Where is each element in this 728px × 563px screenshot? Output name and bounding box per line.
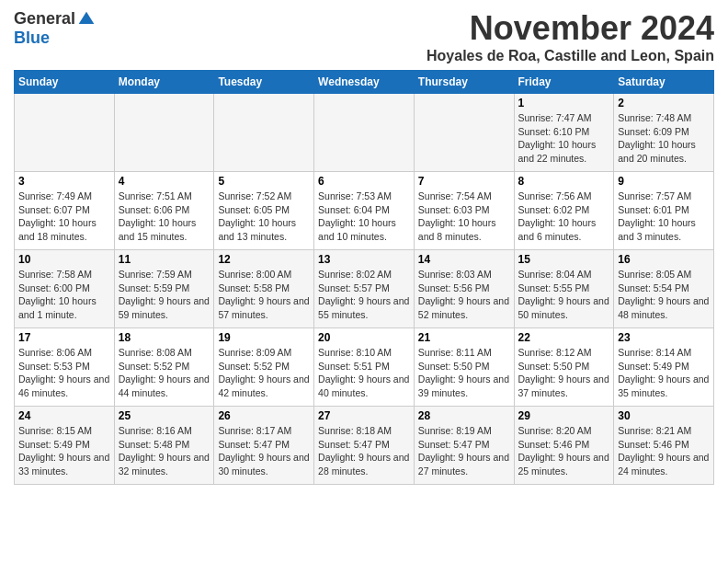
logo-general-text: General	[14, 9, 75, 29]
day-number: 21	[418, 331, 510, 344]
calendar-cell: 25Sunrise: 8:16 AM Sunset: 5:48 PM Dayli…	[114, 407, 214, 485]
day-info: Sunrise: 7:48 AM Sunset: 6:09 PM Dayligh…	[618, 111, 710, 166]
day-info: Sunrise: 7:53 AM Sunset: 6:04 PM Dayligh…	[318, 190, 410, 244]
header-thursday: Thursday	[414, 71, 514, 94]
calendar-cell	[314, 94, 415, 172]
calendar-cell: 19Sunrise: 8:09 AM Sunset: 5:52 PM Dayli…	[214, 328, 314, 407]
location-title: Hoyales de Roa, Castille and Leon, Spain	[427, 48, 714, 64]
calendar-cell: 24Sunrise: 8:15 AM Sunset: 5:49 PM Dayli…	[15, 407, 115, 485]
day-number: 5	[218, 175, 310, 188]
day-info: Sunrise: 8:15 AM Sunset: 5:49 PM Dayligh…	[18, 424, 110, 478]
day-info: Sunrise: 8:02 AM Sunset: 5:57 PM Dayligh…	[318, 268, 410, 322]
logo-blue-text: Blue	[14, 29, 50, 48]
day-info: Sunrise: 8:20 AM Sunset: 5:46 PM Dayligh…	[518, 424, 610, 478]
day-info: Sunrise: 8:14 AM Sunset: 5:49 PM Dayligh…	[618, 346, 710, 400]
calendar-cell: 15Sunrise: 8:04 AM Sunset: 5:55 PM Dayli…	[514, 250, 614, 328]
day-info: Sunrise: 7:59 AM Sunset: 5:59 PM Dayligh…	[119, 268, 210, 322]
calendar-cell: 18Sunrise: 8:08 AM Sunset: 5:52 PM Dayli…	[114, 328, 214, 407]
day-number: 11	[119, 253, 210, 266]
day-info: Sunrise: 7:57 AM Sunset: 6:01 PM Dayligh…	[618, 190, 710, 244]
day-info: Sunrise: 7:54 AM Sunset: 6:03 PM Dayligh…	[418, 190, 510, 244]
calendar-cell	[114, 94, 214, 172]
calendar-body: 1Sunrise: 7:47 AM Sunset: 6:10 PM Daylig…	[15, 94, 714, 485]
day-info: Sunrise: 8:17 AM Sunset: 5:47 PM Dayligh…	[218, 424, 310, 478]
day-number: 20	[318, 331, 410, 344]
calendar-cell: 20Sunrise: 8:10 AM Sunset: 5:51 PM Dayli…	[314, 328, 415, 407]
page-header: General Blue November 2024 Hoyales de Ro…	[14, 9, 714, 64]
day-number: 30	[618, 409, 710, 422]
day-number: 3	[18, 175, 110, 188]
calendar-cell	[214, 94, 314, 172]
calendar-cell: 27Sunrise: 8:18 AM Sunset: 5:47 PM Dayli…	[314, 407, 415, 485]
day-number: 24	[18, 409, 110, 422]
day-number: 12	[218, 253, 310, 266]
calendar-cell: 21Sunrise: 8:11 AM Sunset: 5:50 PM Dayli…	[414, 328, 514, 407]
day-info: Sunrise: 7:51 AM Sunset: 6:06 PM Dayligh…	[119, 190, 210, 244]
calendar-cell	[414, 94, 514, 172]
day-number: 10	[18, 253, 110, 266]
calendar-cell: 9Sunrise: 7:57 AM Sunset: 6:01 PM Daylig…	[614, 172, 714, 250]
calendar-cell: 16Sunrise: 8:05 AM Sunset: 5:54 PM Dayli…	[614, 250, 714, 328]
day-number: 14	[418, 253, 510, 266]
day-info: Sunrise: 7:56 AM Sunset: 6:02 PM Dayligh…	[518, 190, 610, 244]
day-number: 2	[618, 97, 710, 109]
calendar-table: SundayMondayTuesdayWednesdayThursdayFrid…	[14, 70, 714, 485]
logo-icon	[77, 10, 96, 29]
calendar-cell: 10Sunrise: 7:58 AM Sunset: 6:00 PM Dayli…	[15, 250, 115, 328]
week-row-5: 24Sunrise: 8:15 AM Sunset: 5:49 PM Dayli…	[15, 407, 714, 485]
day-number: 15	[518, 253, 610, 266]
calendar-cell: 23Sunrise: 8:14 AM Sunset: 5:49 PM Dayli…	[614, 328, 714, 407]
calendar-cell: 28Sunrise: 8:19 AM Sunset: 5:47 PM Dayli…	[414, 407, 514, 485]
day-info: Sunrise: 8:11 AM Sunset: 5:50 PM Dayligh…	[418, 346, 510, 400]
calendar-cell: 26Sunrise: 8:17 AM Sunset: 5:47 PM Dayli…	[214, 407, 314, 485]
calendar-cell: 5Sunrise: 7:52 AM Sunset: 6:05 PM Daylig…	[214, 172, 314, 250]
day-number: 28	[418, 409, 510, 422]
calendar-cell: 14Sunrise: 8:03 AM Sunset: 5:56 PM Dayli…	[414, 250, 514, 328]
svg-marker-0	[79, 11, 95, 23]
day-info: Sunrise: 8:12 AM Sunset: 5:50 PM Dayligh…	[518, 346, 610, 400]
calendar-cell: 17Sunrise: 8:06 AM Sunset: 5:53 PM Dayli…	[15, 328, 115, 407]
day-number: 27	[318, 409, 410, 422]
header-sunday: Sunday	[15, 71, 115, 94]
day-info: Sunrise: 7:58 AM Sunset: 6:00 PM Dayligh…	[18, 268, 110, 322]
day-info: Sunrise: 7:52 AM Sunset: 6:05 PM Dayligh…	[218, 190, 310, 244]
day-number: 23	[618, 331, 710, 344]
day-info: Sunrise: 8:21 AM Sunset: 5:46 PM Dayligh…	[618, 424, 710, 478]
day-info: Sunrise: 8:05 AM Sunset: 5:54 PM Dayligh…	[618, 268, 710, 322]
day-number: 4	[119, 175, 210, 188]
calendar-cell: 11Sunrise: 7:59 AM Sunset: 5:59 PM Dayli…	[114, 250, 214, 328]
calendar-cell: 2Sunrise: 7:48 AM Sunset: 6:09 PM Daylig…	[614, 94, 714, 172]
day-number: 16	[618, 253, 710, 266]
day-info: Sunrise: 8:08 AM Sunset: 5:52 PM Dayligh…	[119, 346, 210, 400]
calendar-cell: 3Sunrise: 7:49 AM Sunset: 6:07 PM Daylig…	[15, 172, 115, 250]
day-number: 18	[119, 331, 210, 344]
title-area: November 2024 Hoyales de Roa, Castille a…	[427, 9, 714, 64]
week-row-3: 10Sunrise: 7:58 AM Sunset: 6:00 PM Dayli…	[15, 250, 714, 328]
day-number: 22	[518, 331, 610, 344]
calendar-cell: 29Sunrise: 8:20 AM Sunset: 5:46 PM Dayli…	[514, 407, 614, 485]
calendar-cell: 7Sunrise: 7:54 AM Sunset: 6:03 PM Daylig…	[414, 172, 514, 250]
day-number: 8	[518, 175, 610, 188]
day-info: Sunrise: 8:16 AM Sunset: 5:48 PM Dayligh…	[119, 424, 210, 478]
day-info: Sunrise: 8:00 AM Sunset: 5:58 PM Dayligh…	[218, 268, 310, 322]
day-info: Sunrise: 8:03 AM Sunset: 5:56 PM Dayligh…	[418, 268, 510, 322]
day-number: 9	[618, 175, 710, 188]
day-info: Sunrise: 8:10 AM Sunset: 5:51 PM Dayligh…	[318, 346, 410, 400]
calendar-cell: 12Sunrise: 8:00 AM Sunset: 5:58 PM Dayli…	[214, 250, 314, 328]
calendar-cell: 1Sunrise: 7:47 AM Sunset: 6:10 PM Daylig…	[514, 94, 614, 172]
calendar-cell: 30Sunrise: 8:21 AM Sunset: 5:46 PM Dayli…	[614, 407, 714, 485]
header-tuesday: Tuesday	[214, 71, 314, 94]
day-number: 13	[318, 253, 410, 266]
day-info: Sunrise: 8:19 AM Sunset: 5:47 PM Dayligh…	[418, 424, 510, 478]
day-info: Sunrise: 8:18 AM Sunset: 5:47 PM Dayligh…	[318, 424, 410, 478]
calendar-cell: 4Sunrise: 7:51 AM Sunset: 6:06 PM Daylig…	[114, 172, 214, 250]
header-friday: Friday	[514, 71, 614, 94]
day-info: Sunrise: 8:09 AM Sunset: 5:52 PM Dayligh…	[218, 346, 310, 400]
day-number: 26	[218, 409, 310, 422]
day-number: 17	[18, 331, 110, 344]
header-wednesday: Wednesday	[314, 71, 415, 94]
day-info: Sunrise: 7:47 AM Sunset: 6:10 PM Dayligh…	[518, 111, 610, 166]
day-number: 6	[318, 175, 410, 188]
calendar-cell	[15, 94, 115, 172]
header-monday: Monday	[114, 71, 214, 94]
